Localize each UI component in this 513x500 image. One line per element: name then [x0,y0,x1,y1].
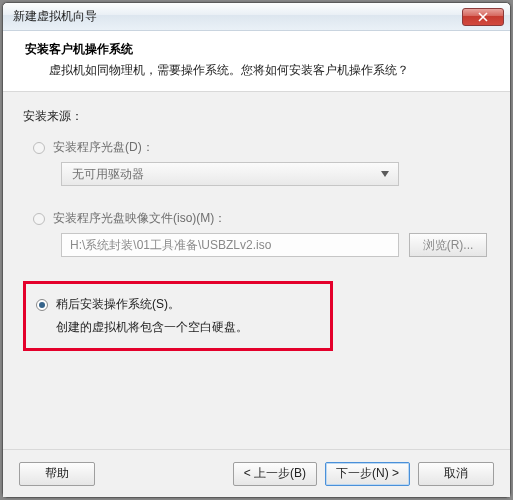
option-disc[interactable]: 安装程序光盘(D)： [33,139,490,156]
wizard-footer: 帮助 < 上一步(B) 下一步(N) > 取消 [3,449,510,497]
wizard-content: 安装来源： 安装程序光盘(D)： 无可用驱动器 安装程序光盘映像文件(iso)(… [3,92,510,449]
help-button[interactable]: 帮助 [19,462,95,486]
titlebar: 新建虚拟机向导 [3,3,510,31]
radio-iso[interactable] [33,213,45,225]
window-title: 新建虚拟机向导 [13,8,462,25]
disc-drive-value: 无可用驱动器 [72,166,376,183]
chevron-down-icon [381,171,389,177]
option-iso[interactable]: 安装程序光盘映像文件(iso)(M)： [33,210,490,227]
option-disc-label: 安装程序光盘(D)： [53,139,154,156]
iso-path-value: H:\系统封装\01工具准备\USBZLv2.iso [70,237,271,254]
wizard-header: 安装客户机操作系统 虚拟机如同物理机，需要操作系统。您将如何安装客户机操作系统？ [3,31,510,92]
header-title: 安装客户机操作系统 [25,41,492,58]
next-button[interactable]: 下一步(N) > [325,462,410,486]
highlight-box: 稍后安装操作系统(S)。 创建的虚拟机将包含一个空白硬盘。 [23,281,333,351]
iso-row: H:\系统封装\01工具准备\USBZLv2.iso 浏览(R)... [61,233,490,257]
option-later-note: 创建的虚拟机将包含一个空白硬盘。 [56,319,312,336]
close-button[interactable] [462,8,504,26]
close-icon [478,12,488,22]
option-later-label: 稍后安装操作系统(S)。 [56,296,180,313]
browse-button[interactable]: 浏览(R)... [409,233,487,257]
option-iso-label: 安装程序光盘映像文件(iso)(M)： [53,210,226,227]
back-button[interactable]: < 上一步(B) [233,462,317,486]
iso-path-input[interactable]: H:\系统封装\01工具准备\USBZLv2.iso [61,233,399,257]
radio-disc[interactable] [33,142,45,154]
option-later[interactable]: 稍后安装操作系统(S)。 [36,296,312,313]
wizard-window: 新建虚拟机向导 安装客户机操作系统 虚拟机如同物理机，需要操作系统。您将如何安装… [2,2,511,498]
cancel-button[interactable]: 取消 [418,462,494,486]
header-subtitle: 虚拟机如同物理机，需要操作系统。您将如何安装客户机操作系统？ [49,62,492,79]
combo-arrow[interactable] [376,165,394,183]
source-label: 安装来源： [23,108,490,125]
disc-drive-combo[interactable]: 无可用驱动器 [61,162,399,186]
radio-later[interactable] [36,299,48,311]
